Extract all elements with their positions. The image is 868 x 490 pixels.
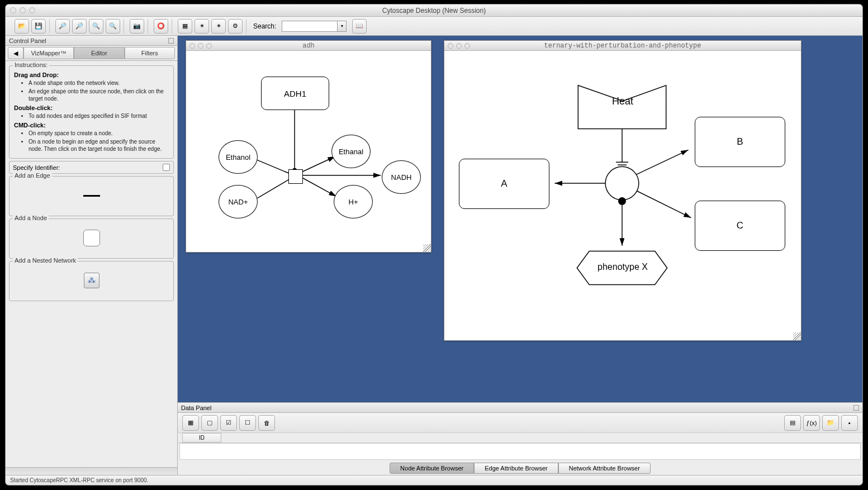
control-panel-title: Control Panel [9, 37, 46, 44]
spreadsheet-icon: ▤ [790, 419, 795, 426]
add-nested-group: Add a Nested Network ⁂ [9, 261, 174, 301]
list-attributes-button[interactable]: ☑ [220, 415, 237, 431]
column-header-id[interactable]: ID [182, 433, 221, 443]
matrix-button[interactable]: ▪ [841, 415, 858, 431]
delete-attribute-button[interactable]: 🗑 [258, 415, 275, 431]
save-button[interactable]: 💾 [31, 19, 46, 34]
tab-edge-attribute-browser[interactable]: Edge Attribute Browser [474, 463, 558, 474]
node-phenotype[interactable]: phenotype X [577, 262, 668, 272]
double-click-heading: Double-click: [14, 104, 169, 111]
data-panel-header: Data Panel [178, 403, 862, 413]
network-blue-icon: ✴ [216, 22, 221, 30]
chevron-down-icon: ▾ [341, 23, 343, 28]
network-window-adh[interactable]: adh ADH1 Ethanol [186, 40, 431, 253]
specify-identifier-label: Specify Identifier: [13, 164, 60, 171]
resize-handle-icon[interactable] [793, 332, 801, 340]
instruction-item: An edge shape onto the source node, then… [29, 88, 169, 102]
search-go-button[interactable]: 📖 [352, 19, 367, 34]
search-dropdown-button[interactable]: ▾ [338, 21, 347, 32]
folder-open-icon: 📂 [18, 22, 26, 30]
select-attributes-button[interactable]: ▦ [182, 415, 199, 431]
node-ethanal[interactable]: Ethanal [331, 135, 371, 168]
tab-node-attribute-browser[interactable]: Node Attribute Browser [390, 463, 474, 474]
svg-point-10 [605, 166, 639, 200]
network-window-ternary[interactable]: ternary-with-perturbation-and-phenotype [444, 40, 801, 341]
zoom-fit-button[interactable]: 🔍 [89, 19, 103, 34]
tab-filters[interactable]: Filters [125, 47, 175, 59]
network-canvas-ternary[interactable]: Heat A B C phenotype X [444, 51, 801, 340]
node-h[interactable]: H+ [334, 185, 373, 218]
add-node-group: Add a Node [9, 218, 174, 259]
network-canvas-adh[interactable]: ADH1 Ethanol NAD+ Ethanal H+ NADH [186, 51, 431, 252]
control-panel-scrollbar[interactable] [6, 467, 177, 475]
add-edge-group: Add an Edge [9, 176, 174, 216]
add-nested-title: Add a Nested Network [13, 257, 78, 264]
zoom-out-icon: 🔎 [59, 22, 67, 30]
zoom-selected-icon: 🔍 [109, 22, 117, 30]
book-icon: 📖 [355, 22, 363, 30]
node-reaction[interactable] [288, 169, 303, 184]
specify-identifier-checkbox[interactable] [163, 164, 170, 171]
node-b[interactable]: B [695, 117, 785, 167]
drag-drop-heading: Drag and Drop: [14, 72, 169, 78]
gear-icon: ⚙ [233, 22, 238, 30]
node-c[interactable]: C [695, 201, 785, 251]
matrix-icon: ▪ [848, 420, 851, 426]
function-icon: ƒ(x) [807, 420, 817, 426]
zoom-in-icon: 🔎 [75, 22, 83, 30]
undock-icon[interactable] [168, 38, 174, 44]
network-icon-1-button[interactable]: ✴ [195, 19, 209, 34]
zoom-fit-icon: 🔍 [92, 22, 100, 30]
undock-icon[interactable] [853, 405, 859, 411]
network-titlebar[interactable]: ternary-with-perturbation-and-phenotype [444, 41, 801, 51]
new-col-icon: ▢ [207, 419, 212, 426]
lifebuoy-icon: ⭕ [157, 22, 165, 30]
tab-editor[interactable]: Editor [74, 47, 124, 59]
network-icon-2-button[interactable]: ✴ [211, 19, 226, 34]
edge-shape-palette[interactable] [83, 195, 100, 197]
data-panel-toolbar: ▦ ▢ ☑ ☐ 🗑 ▤ ƒ(x) 📁 ▪ [178, 413, 862, 433]
function-button[interactable]: ƒ(x) [803, 415, 820, 431]
node-nadh[interactable]: NADH [382, 160, 421, 194]
data-panel-title: Data Panel [181, 405, 211, 411]
node-nad[interactable]: NAD+ [219, 185, 258, 218]
add-node-title: Add a Node [13, 215, 49, 221]
tab-scroll-left-button[interactable]: ◀ [8, 47, 23, 59]
svg-line-5 [302, 178, 336, 197]
create-attribute-button[interactable]: ▢ [201, 415, 218, 431]
select-all-button[interactable]: ☐ [239, 415, 256, 431]
apply-layout-button[interactable]: ▦ [178, 19, 192, 34]
node-a[interactable]: A [459, 159, 549, 209]
network-red-icon: ✴ [200, 22, 205, 30]
zoom-selected-button[interactable]: 🔍 [106, 19, 120, 34]
data-table-body[interactable] [179, 443, 861, 460]
instruction-item: To add nodes and edges specified in SIF … [29, 112, 169, 120]
nested-network-palette[interactable]: ⁂ [84, 273, 99, 288]
snapshot-button[interactable]: 📷 [130, 19, 144, 34]
node-shape-palette[interactable] [83, 230, 100, 246]
checklist-icon: ☑ [226, 419, 231, 426]
network-title: adh [186, 42, 431, 50]
settings-button[interactable]: ⚙ [228, 19, 243, 34]
open-file-button[interactable]: 📂 [15, 19, 29, 34]
import-button[interactable]: 📁 [822, 415, 839, 431]
node-heat[interactable]: Heat [578, 96, 667, 107]
tab-vizmapper[interactable]: VizMapper™ [23, 47, 74, 59]
tab-network-attribute-browser[interactable]: Network Attribute Browser [558, 463, 651, 474]
network-titlebar[interactable]: adh [186, 41, 431, 51]
zoom-in-button[interactable]: 🔎 [72, 19, 87, 34]
node-ethanol[interactable]: Ethanol [219, 140, 258, 174]
node-adh1[interactable]: ADH1 [261, 77, 329, 110]
search-input[interactable] [282, 21, 338, 32]
resize-handle-icon[interactable] [423, 244, 431, 252]
help-button[interactable]: ⭕ [154, 19, 168, 34]
spreadsheet-button[interactable]: ▤ [784, 415, 801, 431]
camera-icon: 📷 [133, 22, 141, 30]
control-panel: Control Panel ◀ VizMapper™ Editor Filter… [6, 36, 178, 475]
instruction-item: A node shape onto the network view. [29, 79, 169, 87]
instructions-group: Instructions: Drag and Drop: A node shap… [9, 65, 174, 159]
zoom-out-button[interactable]: 🔎 [55, 19, 70, 34]
control-panel-header: Control Panel [6, 36, 177, 46]
cmd-click-heading: CMD-click: [14, 122, 169, 129]
nested-network-icon: ⁂ [88, 276, 96, 285]
